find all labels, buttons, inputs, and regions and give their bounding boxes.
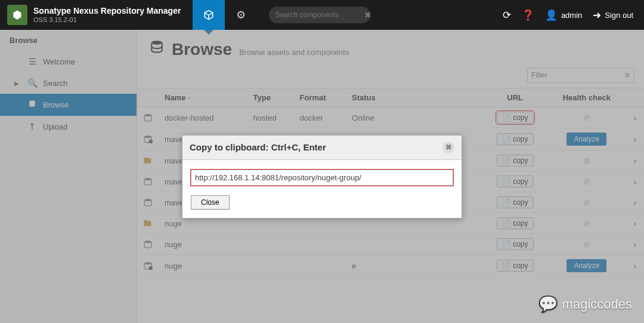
nav-cube-icon[interactable] <box>193 0 225 30</box>
watermark: 💬 magiccodes <box>538 295 632 313</box>
header-right: ⟳ ❓ 👤 admin ➜ Sign out <box>492 9 644 21</box>
search-clear-icon[interactable]: ✖ <box>364 10 371 20</box>
signout-label: Sign out <box>605 11 633 20</box>
logo-icon: ⬢ <box>7 5 27 25</box>
search-input[interactable] <box>275 11 364 19</box>
app-title: Sonatype Nexus Repository Manager <box>33 6 181 16</box>
logo-area: ⬢ Sonatype Nexus Repository Manager OSS … <box>0 0 188 30</box>
refresh-icon[interactable]: ⟳ <box>503 9 511 21</box>
modal-overlay[interactable]: Copy to clipboard: Ctrl+C, Enter ✖ Close <box>0 30 644 323</box>
modal-title: Copy to clipboard: Ctrl+C, Enter <box>190 142 326 152</box>
modal-url-input[interactable] <box>191 170 453 186</box>
signout-link[interactable]: ➜ Sign out <box>593 9 633 21</box>
search-box[interactable]: ✖ <box>269 7 370 23</box>
signout-icon: ➜ <box>593 9 601 21</box>
copy-modal: Copy to clipboard: Ctrl+C, Enter ✖ Close <box>182 135 462 219</box>
user-icon: 👤 <box>545 9 558 21</box>
modal-close-button[interactable]: Close <box>191 195 230 210</box>
help-icon[interactable]: ❓ <box>522 9 534 21</box>
user-menu[interactable]: 👤 admin <box>545 9 582 21</box>
app-header: ⬢ Sonatype Nexus Repository Manager OSS … <box>0 0 644 30</box>
wechat-icon: 💬 <box>538 295 558 313</box>
nav-settings-icon[interactable]: ⚙ <box>225 0 257 30</box>
header-nav: ⚙ <box>193 0 257 30</box>
user-name: admin <box>561 11 582 20</box>
modal-close-icon[interactable]: ✖ <box>442 141 454 153</box>
app-version: OSS 3.15.2-01 <box>33 16 181 24</box>
